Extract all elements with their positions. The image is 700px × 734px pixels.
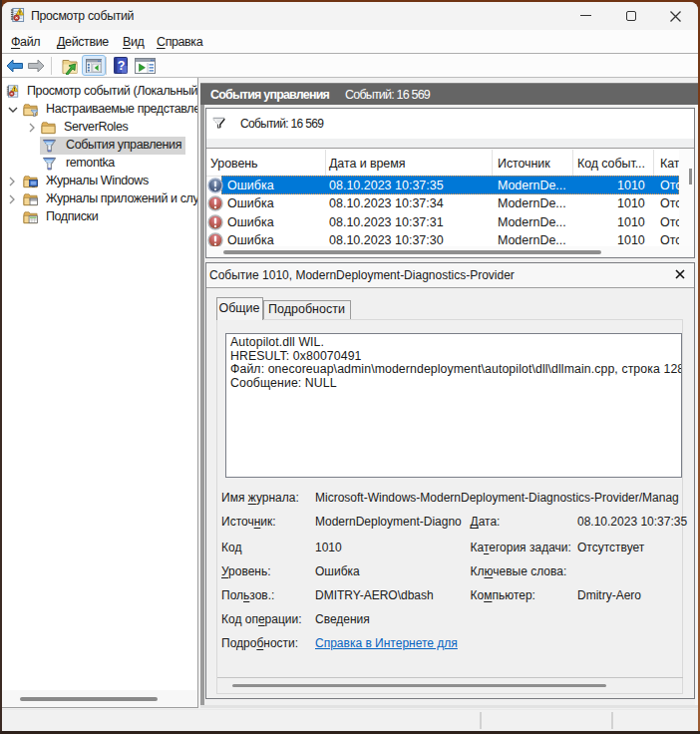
svg-text:?: ? <box>118 59 126 73</box>
